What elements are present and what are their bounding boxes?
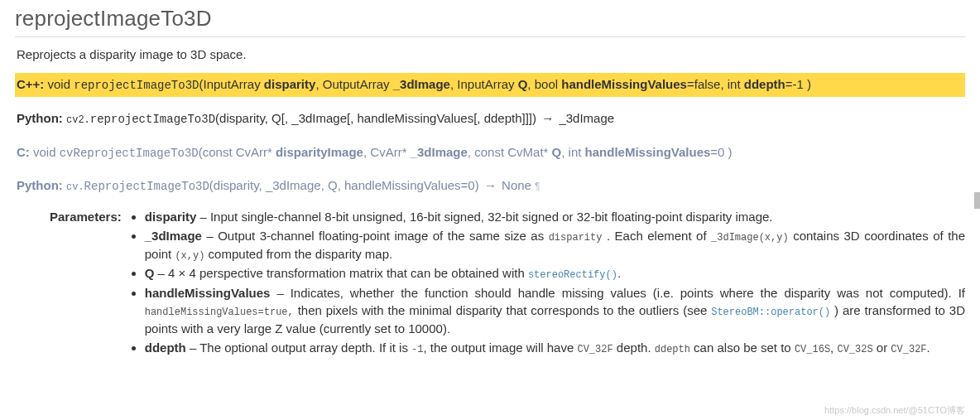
parameters-block: Parameters: disparity – Input single-cha… [50, 208, 965, 359]
param-item: Q – 4 × 4 perspective transformation mat… [145, 264, 965, 282]
lang-label: Python: [17, 178, 63, 192]
paren-close: ) [804, 77, 811, 91]
parameters-list: disparity – Input single-channel 8-bit u… [127, 208, 965, 359]
param-item: ddepth – The optional output array depth… [145, 339, 965, 357]
arg-name: disparityImage [276, 145, 363, 159]
return-type: void [48, 77, 71, 91]
doc-link[interactable]: stereoRectify() [528, 269, 617, 281]
inline-code: -1 [411, 344, 423, 355]
param-name: handleMissingValues [145, 286, 271, 300]
arg-default: =false [687, 77, 720, 91]
arg-name: handleMissingValues [561, 77, 687, 91]
signature-python: Python: cv2.reprojectImageTo3D(disparity… [15, 107, 965, 131]
inline-code: ddepth [655, 344, 690, 355]
return-type: void [33, 145, 56, 159]
arg-default: =-1 [785, 77, 804, 91]
arrow-icon: → [483, 178, 498, 192]
arrow-icon: → [540, 111, 555, 125]
inline-code: CV_32F [891, 344, 926, 355]
arg-type: CvArr* [370, 145, 410, 159]
lang-label: C++: [17, 77, 44, 91]
signature-c: C: void cvReprojectImageTo3D(const CvArr… [15, 141, 965, 165]
arg-name: _3dImage [393, 77, 450, 91]
lang-label: C: [17, 145, 30, 159]
function-title: reprojectImageTo3D [15, 3, 965, 33]
arg-name: Q [518, 77, 528, 91]
arg-type: OutputArray [323, 77, 393, 91]
function-name: reprojectImageTo3D [90, 113, 215, 126]
arg-name: ddepth [744, 77, 785, 91]
arg-type: InputArray [457, 77, 517, 91]
arg-type: bool [535, 77, 562, 91]
inline-code: disparity [549, 232, 603, 244]
module-name: cv. [66, 181, 84, 193]
scrollbar-indicator[interactable] [974, 192, 980, 209]
inline-code: CV_16S [795, 344, 830, 355]
param-name: ddepth [145, 340, 186, 355]
doc-link[interactable]: StereoBM::operator() [711, 307, 830, 318]
param-desc: – Input single-channel 8-bit unsigned, 1… [196, 210, 772, 224]
inline-code: CV_32S [837, 344, 872, 355]
arg-name: disparity [264, 77, 316, 91]
module-name: cv2. [66, 114, 90, 126]
parameters-label: Parameters: [50, 208, 127, 225]
inline-code: CV_32F [577, 344, 612, 355]
signature-python-cv: Python: cv.ReprojectImageTo3D(disparity,… [15, 174, 965, 198]
arg-type: int [569, 145, 585, 159]
arg-name: handleMissingValues [585, 145, 711, 159]
paren-close: ) [724, 145, 732, 159]
function-name: cvReprojectImageTo3D [60, 147, 199, 160]
arg-name: _3dImage [411, 145, 468, 159]
pilcrow-icon[interactable]: ¶ [531, 181, 540, 192]
divider [15, 36, 965, 37]
signature-cpp: C++: void reprojectImageTo3D(InputArray … [15, 73, 965, 97]
function-name: reprojectImageTo3D [74, 79, 199, 92]
param-item: handleMissingValues – Indicates, whether… [145, 284, 965, 337]
inline-code: (x,y) [175, 250, 204, 262]
watermark: https://blog.csdn.net/@51CTO博客 [824, 404, 965, 417]
param-item: disparity – Input single-channel 8-bit u… [145, 208, 965, 225]
return-value: _3dImage [559, 111, 614, 125]
param-name: Q [145, 266, 155, 280]
param-name: _3dImage [145, 229, 202, 243]
inline-code: _3dImage(x,y) [711, 232, 789, 244]
arg-type: InputArray [203, 77, 263, 91]
param-item: _3dImage – Output 3-channel floating-poi… [145, 227, 965, 263]
arg-default: =0 [710, 145, 724, 159]
return-value: None [502, 178, 531, 192]
arg-type: int [728, 77, 744, 91]
args: (disparity, _3dImage, Q, handleMissingVa… [209, 178, 479, 192]
arg-name: Q [552, 145, 562, 159]
inline-code: handleMissingValues=true, [145, 307, 294, 318]
param-name: disparity [145, 210, 197, 224]
function-name: ReprojectImageTo3D [84, 180, 209, 193]
args: (disparity, Q[, _3dImage[, handleMissing… [215, 111, 536, 125]
function-description: Reprojects a disparity image to 3D space… [17, 46, 965, 63]
arg-type: const CvArr* [203, 145, 276, 159]
lang-label: Python: [17, 111, 63, 125]
arg-type: const CvMat* [474, 145, 551, 159]
